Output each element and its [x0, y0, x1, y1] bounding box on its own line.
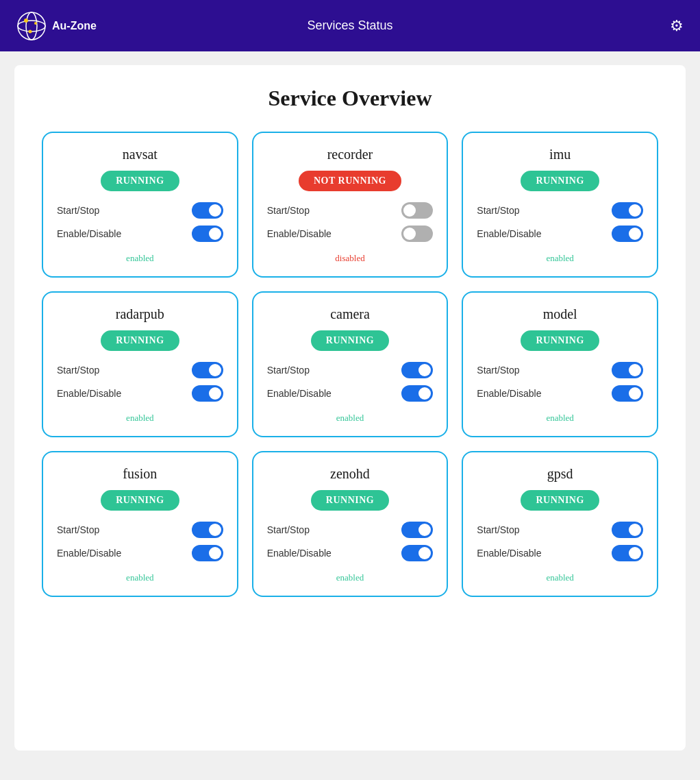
- enable-disable-toggle-camera[interactable]: [401, 385, 433, 402]
- start-stop-label-navsat: Start/Stop: [57, 205, 99, 216]
- header-title: Services Status: [307, 19, 392, 33]
- start-stop-toggle-zenohd[interactable]: [401, 522, 433, 538]
- start-stop-label-zenohd: Start/Stop: [267, 524, 310, 535]
- logo-icon: [16, 11, 47, 41]
- start-stop-toggle-navsat[interactable]: [192, 202, 223, 219]
- start-stop-row-model: Start/Stop: [477, 362, 643, 378]
- enable-disable-row-zenohd: Enable/Disable: [267, 545, 434, 561]
- enable-disable-toggle-radarpub[interactable]: [192, 385, 223, 402]
- enable-status-zenohd: enabled: [336, 572, 364, 583]
- enable-status-recorder: disabled: [335, 253, 364, 264]
- enable-disable-toggle-model[interactable]: [612, 385, 643, 402]
- enable-disable-row-radarpub: Enable/Disable: [57, 385, 223, 402]
- enable-disable-toggle-gpsd[interactable]: [612, 545, 643, 561]
- page-title: Service Overview: [42, 86, 658, 111]
- gear-icon[interactable]: ⚙: [670, 17, 684, 35]
- enable-disable-label-fusion: Enable/Disable: [57, 548, 121, 559]
- start-stop-toggle-gpsd[interactable]: [612, 522, 643, 538]
- start-stop-label-recorder: Start/Stop: [267, 205, 310, 216]
- enable-disable-row-navsat: Enable/Disable: [57, 226, 223, 242]
- enable-status-imu: enabled: [546, 253, 573, 264]
- header: Au-Zone Services Status ⚙: [0, 0, 700, 51]
- status-badge-imu: RUNNING: [521, 171, 599, 191]
- service-name-model: model: [543, 306, 577, 322]
- enable-disable-label-imu: Enable/Disable: [477, 228, 541, 239]
- enable-disable-row-camera: Enable/Disable: [267, 385, 434, 402]
- service-name-gpsd: gpsd: [547, 466, 573, 482]
- start-stop-label-fusion: Start/Stop: [57, 524, 99, 535]
- enable-disable-toggle-recorder[interactable]: [401, 226, 433, 242]
- start-stop-label-radarpub: Start/Stop: [57, 365, 99, 376]
- enable-status-camera: enabled: [336, 413, 364, 424]
- start-stop-label-model: Start/Stop: [477, 365, 519, 376]
- service-name-fusion: fusion: [123, 466, 157, 482]
- service-card-radarpub: radarpub RUNNING Start/Stop Enable/Disab…: [42, 291, 238, 437]
- service-card-recorder: recorder NOT RUNNING Start/Stop Enable/D…: [252, 132, 449, 278]
- enable-disable-row-fusion: Enable/Disable: [57, 545, 223, 561]
- status-badge-navsat: RUNNING: [101, 171, 179, 191]
- start-stop-toggle-model[interactable]: [612, 362, 643, 378]
- service-card-gpsd: gpsd RUNNING Start/Stop Enable/Disable e…: [462, 451, 658, 597]
- enable-status-radarpub: enabled: [126, 413, 153, 424]
- enable-disable-label-radarpub: Enable/Disable: [57, 388, 121, 399]
- start-stop-toggle-fusion[interactable]: [192, 522, 223, 538]
- start-stop-toggle-camera[interactable]: [401, 362, 433, 378]
- service-card-navsat: navsat RUNNING Start/Stop Enable/Disable…: [42, 132, 238, 278]
- status-badge-model: RUNNING: [521, 330, 599, 351]
- enable-disable-row-gpsd: Enable/Disable: [477, 545, 643, 561]
- enable-disable-label-recorder: Enable/Disable: [267, 228, 332, 239]
- svg-point-1: [18, 21, 45, 32]
- service-card-imu: imu RUNNING Start/Stop Enable/Disable en…: [462, 132, 658, 278]
- start-stop-row-fusion: Start/Stop: [57, 522, 223, 538]
- enable-disable-toggle-zenohd[interactable]: [401, 545, 433, 561]
- svg-point-3: [24, 19, 28, 23]
- service-grid: navsat RUNNING Start/Stop Enable/Disable…: [42, 132, 658, 597]
- enable-disable-toggle-fusion[interactable]: [192, 545, 223, 561]
- status-badge-fusion: RUNNING: [101, 490, 179, 511]
- enable-disable-toggle-navsat[interactable]: [192, 226, 223, 242]
- start-stop-toggle-radarpub[interactable]: [192, 362, 223, 378]
- start-stop-row-navsat: Start/Stop: [57, 202, 223, 219]
- start-stop-row-imu: Start/Stop: [477, 202, 643, 219]
- status-badge-camera: RUNNING: [311, 330, 389, 351]
- start-stop-row-recorder: Start/Stop: [267, 202, 434, 219]
- status-badge-radarpub: RUNNING: [101, 330, 179, 351]
- status-badge-gpsd: RUNNING: [521, 490, 599, 511]
- service-name-imu: imu: [549, 147, 571, 162]
- enable-disable-label-gpsd: Enable/Disable: [477, 548, 541, 559]
- service-card-model: model RUNNING Start/Stop Enable/Disable …: [462, 291, 658, 437]
- service-name-radarpub: radarpub: [116, 306, 164, 322]
- enable-disable-label-zenohd: Enable/Disable: [267, 548, 332, 559]
- status-badge-zenohd: RUNNING: [311, 490, 389, 511]
- enable-disable-row-recorder: Enable/Disable: [267, 226, 434, 242]
- start-stop-label-gpsd: Start/Stop: [477, 524, 519, 535]
- svg-point-5: [29, 29, 32, 33]
- start-stop-label-imu: Start/Stop: [477, 205, 519, 216]
- start-stop-toggle-imu[interactable]: [612, 202, 643, 219]
- start-stop-row-zenohd: Start/Stop: [267, 522, 434, 538]
- enable-disable-toggle-imu[interactable]: [612, 226, 643, 242]
- svg-point-0: [18, 12, 45, 40]
- service-card-camera: camera RUNNING Start/Stop Enable/Disable…: [252, 291, 449, 437]
- service-name-recorder: recorder: [327, 147, 373, 162]
- svg-point-4: [34, 22, 37, 25]
- enable-disable-label-navsat: Enable/Disable: [57, 228, 121, 239]
- enable-status-gpsd: enabled: [546, 572, 573, 583]
- start-stop-label-camera: Start/Stop: [267, 365, 310, 376]
- start-stop-row-gpsd: Start/Stop: [477, 522, 643, 538]
- service-name-zenohd: zenohd: [330, 466, 370, 482]
- enable-disable-label-camera: Enable/Disable: [267, 388, 332, 399]
- enable-disable-row-imu: Enable/Disable: [477, 226, 643, 242]
- service-name-camera: camera: [330, 306, 370, 322]
- service-name-navsat: navsat: [123, 147, 158, 162]
- enable-status-fusion: enabled: [126, 572, 153, 583]
- svg-point-2: [26, 12, 37, 40]
- start-stop-toggle-recorder[interactable]: [401, 202, 433, 219]
- enable-status-navsat: enabled: [126, 253, 153, 264]
- enable-status-model: enabled: [546, 413, 573, 424]
- enable-disable-row-model: Enable/Disable: [477, 385, 643, 402]
- logo: Au-Zone: [16, 11, 97, 41]
- logo-text: Au-Zone: [52, 20, 97, 32]
- start-stop-row-camera: Start/Stop: [267, 362, 434, 378]
- status-badge-recorder: NOT RUNNING: [299, 171, 401, 191]
